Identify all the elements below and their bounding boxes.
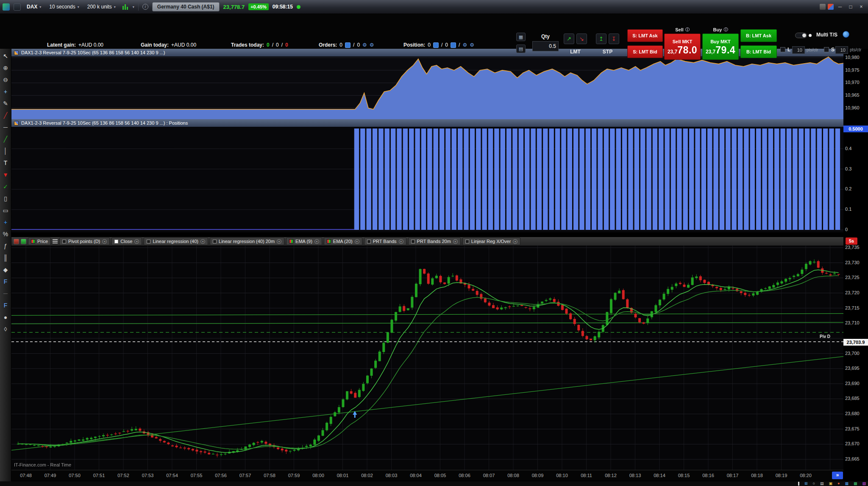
timeframe-dropdown[interactable]: 10 seconds ▾ xyxy=(47,3,81,11)
chart-type-caret-icon[interactable]: ▾ xyxy=(133,5,134,9)
close-icon[interactable]: × xyxy=(102,239,107,244)
position-list-icon[interactable] xyxy=(433,42,439,48)
position-settings-icon[interactable]: ⚙ xyxy=(470,42,474,48)
ruler-tool[interactable]: ▭ xyxy=(3,207,8,213)
keypad-icon[interactable]: ▤ xyxy=(516,45,526,53)
fast-forward-button[interactable]: » xyxy=(832,472,843,479)
symbol-dropdown[interactable]: DAX ▾ xyxy=(25,3,43,11)
long-points-input[interactable] xyxy=(792,46,805,54)
text-tool[interactable]: T xyxy=(4,160,8,166)
orders-settings-icon[interactable]: ⚙ xyxy=(362,42,367,48)
browser-icon[interactable]: ● xyxy=(837,482,840,486)
performance-icon[interactable] xyxy=(820,4,826,10)
indicator-tab-ema-20-[interactable]: EMA (20)× xyxy=(324,237,362,245)
calculator-icon[interactable]: ▦ xyxy=(516,33,526,41)
anchor-point-tool[interactable]: ◆ xyxy=(3,267,8,273)
fibonacci-tool[interactable]: ƒ xyxy=(4,243,7,249)
sell-limit-ask-button[interactable]: S: LMT Ask xyxy=(627,29,663,42)
eraser-tool[interactable]: ◊ xyxy=(4,326,7,332)
indicator-checkbox[interactable] xyxy=(411,240,415,243)
close-icon[interactable]: × xyxy=(355,239,359,244)
buy-market-button[interactable]: Buy MKT 23,779.4 xyxy=(702,34,739,60)
vertical-line-tool[interactable]: │ xyxy=(4,148,8,154)
info-icon[interactable]: ⓘ xyxy=(685,27,690,33)
start-button[interactable]: ⊞ xyxy=(804,482,808,486)
instrument-badge[interactable]: Germany 40 Cash (A$1) xyxy=(152,2,220,11)
close-icon[interactable]: × xyxy=(134,239,139,244)
indicator-tab-close[interactable]: Close× xyxy=(111,237,142,245)
lmt-sell-order-icon[interactable]: ↘ xyxy=(576,34,587,44)
close-button[interactable]: × xyxy=(857,3,865,11)
function-tool[interactable]: F xyxy=(4,279,8,285)
positions-bar-chart[interactable] xyxy=(11,127,843,232)
units-dropdown[interactable]: 200 k units ▾ xyxy=(85,3,118,11)
buy-limit-bid-button[interactable]: B: LMT Bid xyxy=(740,45,777,58)
stp-sell-order-icon[interactable]: ↧ xyxy=(609,34,619,44)
position-detail-icon[interactable] xyxy=(451,42,456,48)
price-candlestick-chart[interactable] xyxy=(11,246,843,470)
price-axis-gutter[interactable]: 10,98010,97510,97010,96510,9600.50000.40… xyxy=(843,49,868,481)
move-tool[interactable]: + xyxy=(4,219,7,225)
close-icon[interactable]: × xyxy=(453,239,458,244)
trash-tool[interactable]: ▯ xyxy=(4,196,7,201)
qty-input[interactable] xyxy=(532,41,559,51)
pencil-tool[interactable]: ✎ xyxy=(3,101,8,106)
indicator-tab-ema-9-[interactable]: EMA (9)× xyxy=(286,237,322,245)
indicator-tab-prt-bands[interactable]: PRT Bands× xyxy=(364,237,406,245)
globe-icon[interactable] xyxy=(843,31,849,38)
info-icon[interactable]: i xyxy=(142,4,148,10)
search-icon[interactable]: ○ xyxy=(813,482,815,486)
close-icon[interactable]: × xyxy=(277,239,281,244)
indicator-checkbox[interactable] xyxy=(62,240,66,243)
close-icon[interactable]: × xyxy=(200,239,205,244)
chart-type-icon[interactable] xyxy=(122,4,129,10)
orders-settings-icon[interactable]: ⚙ xyxy=(370,42,374,48)
panel-icon-red[interactable] xyxy=(14,239,19,244)
app-icon-3[interactable]: ▧ xyxy=(862,482,866,486)
percent-tool[interactable]: % xyxy=(3,231,8,237)
zoom-in-tool[interactable]: ⊕ xyxy=(3,65,8,71)
equity-area-chart[interactable] xyxy=(11,56,843,119)
close-icon[interactable]: × xyxy=(314,239,319,244)
function-tool-2[interactable]: F xyxy=(4,302,8,308)
multi-ts-toggle[interactable] xyxy=(795,33,807,38)
indicator-checkbox[interactable] xyxy=(147,240,150,243)
crosshair-tool[interactable]: + xyxy=(4,89,7,95)
sell-arrow-tool[interactable]: ▼ xyxy=(3,172,8,178)
position-settings-icon[interactable]: ⚙ xyxy=(462,42,467,48)
indicator-tab-linear-regression-40-20m[interactable]: Linear regression (40) 20m× xyxy=(210,237,284,245)
orders-list-icon[interactable] xyxy=(345,42,351,48)
app-icon-1[interactable]: ▦ xyxy=(845,482,849,486)
minimize-button[interactable]: ─ xyxy=(836,3,844,11)
buy-limit-ask-button[interactable]: B: LMT Ask xyxy=(740,29,777,42)
divider-tool[interactable]: ─ xyxy=(3,290,8,296)
trend-line-green-tool[interactable]: ╱ xyxy=(4,136,7,142)
indicator-tab-prt-bands-20m[interactable]: PRT Bands 20m× xyxy=(408,237,461,245)
long-stop-checkbox[interactable] xyxy=(780,47,785,52)
sell-market-button[interactable]: Sell MKT 23,778.0 xyxy=(664,34,701,60)
close-icon[interactable]: × xyxy=(513,239,517,244)
task-view-icon[interactable]: ▤ xyxy=(820,482,824,486)
indicator-checkbox[interactable] xyxy=(367,240,371,243)
buy-check-tool[interactable]: ✓ xyxy=(3,184,8,190)
show-desktop-button[interactable] xyxy=(798,482,799,486)
magnet-tool[interactable]: ● xyxy=(4,314,7,320)
file-explorer-icon[interactable]: ▣ xyxy=(829,482,833,486)
panel-icon-green[interactable] xyxy=(21,239,26,244)
sell-limit-bid-button[interactable]: S: LMT Bid xyxy=(627,45,663,58)
app-icon-2[interactable]: ▩ xyxy=(854,482,857,486)
close-icon[interactable]: × xyxy=(399,239,403,244)
horizontal-line-tool[interactable]: ─ xyxy=(3,124,8,130)
indicator-tab-linjear-reg-x-over[interactable]: Linjear Reg X/Over× xyxy=(462,237,521,245)
zoom-out-tool[interactable]: ⊖ xyxy=(3,77,8,83)
pointer-tool[interactable]: ↖ xyxy=(3,53,8,59)
info-icon[interactable]: ⓘ xyxy=(723,27,728,33)
indicator-tab-linear-regression-40-[interactable]: Linear regression (40)× xyxy=(144,237,208,245)
indicator-checkbox[interactable] xyxy=(465,240,469,243)
maximize-button[interactable]: □ xyxy=(846,3,855,11)
tab-price[interactable]: Price xyxy=(28,237,51,245)
channel-tool[interactable]: ║ xyxy=(3,255,8,261)
indicator-checkbox[interactable] xyxy=(213,240,217,243)
trend-line-red-tool[interactable]: ╱ xyxy=(4,112,7,118)
lmt-buy-order-icon[interactable]: ↗ xyxy=(564,34,574,44)
